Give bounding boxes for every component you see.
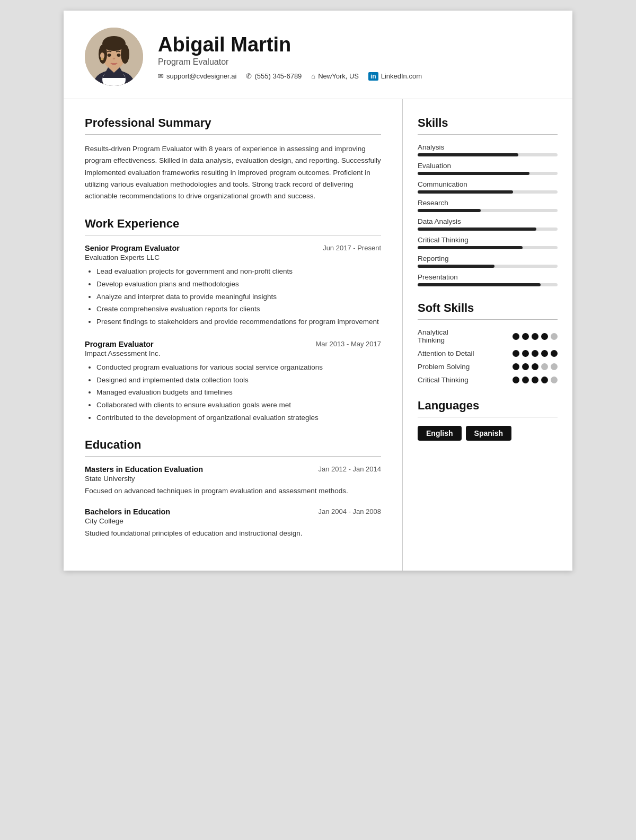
soft-dots <box>513 377 558 383</box>
soft-skill-dot <box>551 350 558 357</box>
soft-skills-section: Soft Skills Analytical Thinking Attentio… <box>418 301 558 384</box>
svg-point-10 <box>108 54 111 57</box>
skill-item: Communication <box>418 180 558 194</box>
skill-bar-bg <box>418 265 558 268</box>
skill-bar-bg <box>418 172 558 175</box>
soft-skill-item: Attention to Detail <box>418 349 558 357</box>
list-item: Develop evaluation plans and methodologi… <box>96 278 381 290</box>
skill-name: Communication <box>418 180 558 188</box>
summary-section: Professional Summary Results-driven Prog… <box>85 116 381 202</box>
edu-dates-2: Jan 2004 - Jan 2008 <box>318 508 381 515</box>
job-dates-2: Mar 2013 - May 2017 <box>315 340 381 348</box>
phone-text: (555) 345-6789 <box>254 72 302 80</box>
skill-bar-fill <box>418 172 529 175</box>
languages-divider <box>418 417 558 417</box>
languages-section: Languages EnglishSpanish <box>418 399 558 441</box>
job-bullets-2: Conducted program evaluations for variou… <box>85 362 381 423</box>
skills-title: Skills <box>418 116 558 130</box>
skill-item: Reporting <box>418 255 558 268</box>
soft-skill-dot <box>532 363 538 370</box>
skill-item: Evaluation <box>418 162 558 175</box>
skill-bar-bg <box>418 228 558 231</box>
svg-point-11 <box>117 54 121 57</box>
skill-item: Critical Thinking <box>418 236 558 249</box>
soft-skill-dot <box>551 363 558 370</box>
soft-skill-dot <box>513 377 519 383</box>
soft-skill-dot <box>541 377 548 383</box>
skill-item: Analysis <box>418 143 558 156</box>
soft-skill-dot <box>532 350 538 357</box>
skill-bar-fill <box>418 190 513 194</box>
candidate-name: Abigail Martin <box>158 33 551 57</box>
soft-skill-name: Problem Solving <box>418 363 476 371</box>
summary-text: Results-driven Program Evaluator with 8 … <box>85 143 381 202</box>
list-item: Conducted program evaluations for variou… <box>96 362 381 373</box>
soft-skill-item: Critical Thinking <box>418 376 558 384</box>
soft-skills-title: Soft Skills <box>418 301 558 315</box>
soft-skill-name: Analytical Thinking <box>418 328 476 344</box>
edu-dates-1: Jan 2012 - Jan 2014 <box>318 465 381 473</box>
svg-point-7 <box>121 45 129 64</box>
list-item: Analyze and interpret data to provide me… <box>96 291 381 303</box>
soft-skill-name: Critical Thinking <box>418 376 476 384</box>
skill-item: Presentation <box>418 273 558 286</box>
education-title: Education <box>85 438 381 452</box>
edu-header-1: Masters in Education Evaluation Jan 2012… <box>85 465 381 474</box>
skill-name: Evaluation <box>418 162 558 170</box>
list-item: Contributed to the development of organi… <box>96 412 381 424</box>
soft-skills-divider <box>418 319 558 320</box>
job-block-2: Program Evaluator Mar 2013 - May 2017 Im… <box>85 340 381 423</box>
soft-skill-dot <box>513 350 519 357</box>
left-column: Professional Summary Results-driven Prog… <box>64 99 403 571</box>
skill-name: Presentation <box>418 273 558 281</box>
list-item: Create comprehensive evaluation reports … <box>96 303 381 315</box>
job-title-2: Program Evaluator <box>85 340 154 348</box>
job-company-2: Impact Assessment Inc. <box>85 349 381 357</box>
linkedin-text: LinkedIn.com <box>381 72 422 80</box>
edu-school-2: City College <box>85 517 381 525</box>
skill-name: Research <box>418 199 558 207</box>
skill-name: Analysis <box>418 143 558 151</box>
soft-skill-dot <box>522 350 529 357</box>
list-item: Designed and implemented data collection… <box>96 374 381 386</box>
email-text: support@cvdesigner.ai <box>166 72 236 80</box>
edu-desc-2: Studied foundational principles of educa… <box>85 528 381 539</box>
summary-divider <box>85 134 381 135</box>
soft-skill-dot <box>513 333 519 340</box>
list-item: Present findings to stakeholders and pro… <box>96 316 381 328</box>
soft-skill-dot <box>532 333 538 340</box>
skills-section: Skills Analysis Evaluation Communication… <box>418 116 558 286</box>
soft-skill-dot <box>541 350 548 357</box>
svg-point-9 <box>101 58 104 60</box>
skill-bar-fill <box>418 209 481 212</box>
edu-desc-1: Focused on advanced techniques in progra… <box>85 485 381 497</box>
skill-bar-bg <box>418 153 558 156</box>
work-title: Work Experience <box>85 217 381 231</box>
soft-skill-dot <box>522 363 529 370</box>
edu-degree-1: Masters in Education Evaluation <box>85 465 203 474</box>
list-item: Collaborated with clients to ensure eval… <box>96 399 381 411</box>
language-tag: Spanish <box>466 426 511 441</box>
phone-icon: ✆ <box>246 72 252 80</box>
job-company-1: Evaluation Experts LLC <box>85 253 381 261</box>
skill-bar-fill <box>418 153 518 156</box>
skill-bar-bg <box>418 209 558 212</box>
job-bullets-1: Lead evaluation projects for government … <box>85 266 381 327</box>
edu-header-2: Bachelors in Education Jan 2004 - Jan 20… <box>85 508 381 516</box>
right-column: Skills Analysis Evaluation Communication… <box>403 99 572 571</box>
work-section: Work Experience Senior Program Evaluator… <box>85 217 381 423</box>
candidate-title: Program Evaluator <box>158 57 551 67</box>
skill-bar-fill <box>418 265 494 268</box>
skill-bar-bg <box>418 246 558 249</box>
header-contacts: ✉ support@cvdesigner.ai ✆ (555) 345-6789… <box>158 72 551 81</box>
lang-tags: EnglishSpanish <box>418 426 558 441</box>
job-header-1: Senior Program Evaluator Jun 2017 - Pres… <box>85 244 381 252</box>
skill-item: Research <box>418 199 558 212</box>
language-tag: English <box>418 426 462 441</box>
soft-skills-container: Analytical Thinking Attention to Detail … <box>418 328 558 384</box>
soft-skill-dot <box>541 363 548 370</box>
job-dates-1: Jun 2017 - Present <box>323 244 381 252</box>
skill-bar-bg <box>418 190 558 194</box>
skill-bar-bg <box>418 283 558 286</box>
skill-item: Data Analysis <box>418 217 558 231</box>
